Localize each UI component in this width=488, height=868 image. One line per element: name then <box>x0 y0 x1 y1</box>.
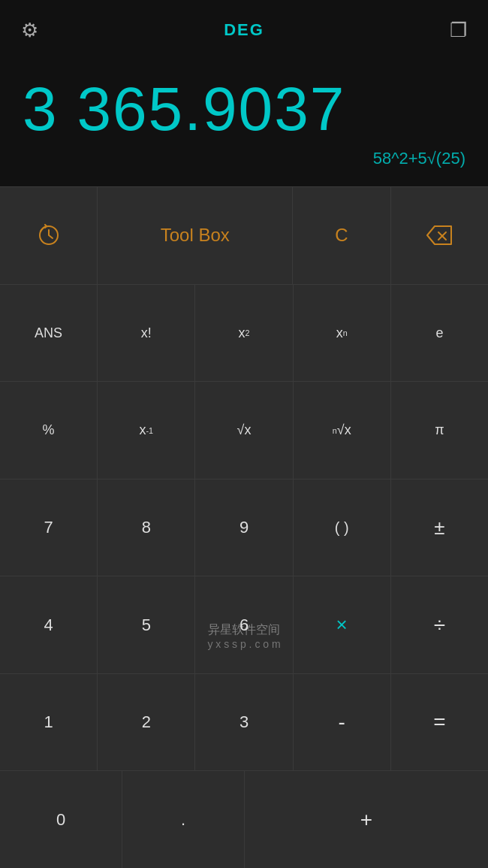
six-button[interactable]: 6 <box>195 576 293 673</box>
keypad-row-3: 7 8 9 ( ) ± <box>0 479 488 576</box>
display-area: 3 365.9037 58^2+5√(25) <box>0 60 488 186</box>
divide-button[interactable]: ÷ <box>391 576 488 673</box>
five-button[interactable]: 5 <box>98 576 195 673</box>
square-button[interactable]: x2 <box>195 285 293 382</box>
euler-button[interactable]: e <box>391 285 488 382</box>
gear-icon[interactable]: ⚙ <box>21 19 38 42</box>
display-expression: 58^2+5√(25) <box>23 149 465 168</box>
eight-button[interactable]: 8 <box>98 479 195 576</box>
one-button[interactable]: 1 <box>0 674 98 771</box>
decimal-button[interactable]: . <box>122 771 245 868</box>
nth-root-button[interactable]: n√x <box>294 382 391 479</box>
copy-icon[interactable]: ❐ <box>450 19 467 42</box>
keypad-row-1: ANS x! x2 xn e <box>0 284 488 382</box>
zero-button[interactable]: 0 <box>0 771 122 868</box>
multiply-button[interactable]: × <box>294 576 391 673</box>
percent-button[interactable]: % <box>0 382 98 479</box>
factorial-button[interactable]: x! <box>98 285 195 382</box>
plusminus-button[interactable]: ± <box>391 479 488 576</box>
seven-button[interactable]: 7 <box>0 479 98 576</box>
keypad-row-5: 1 2 3 - = <box>0 673 488 771</box>
toolbox-button[interactable]: Tool Box <box>98 187 293 284</box>
pi-button[interactable]: π <box>391 382 488 479</box>
keypad-row-2: % x-1 √x n√x π <box>0 381 488 479</box>
minus-button[interactable]: - <box>294 674 391 771</box>
mode-label[interactable]: DEG <box>224 20 264 40</box>
nine-button[interactable]: 9 <box>195 479 293 576</box>
four-button[interactable]: 4 <box>0 576 98 673</box>
display-result: 3 365.9037 <box>23 75 465 143</box>
ans-button[interactable]: ANS <box>0 285 98 382</box>
svg-marker-1 <box>427 226 451 244</box>
inverse-button[interactable]: x-1 <box>98 382 195 479</box>
top-bar: ⚙ DEG ❐ <box>0 0 488 60</box>
plus-button[interactable]: + <box>245 771 488 868</box>
paren-button[interactable]: ( ) <box>294 479 391 576</box>
three-button[interactable]: 3 <box>195 674 293 771</box>
keypad-row-4: 4 5 6 × ÷ <box>0 576 488 673</box>
two-button[interactable]: 2 <box>98 674 195 771</box>
equals-button[interactable]: = <box>391 674 488 771</box>
keypad-row-0: Tool Box C <box>0 186 488 284</box>
keypad-row-6: 0 . + <box>0 770 488 868</box>
sqrt-button[interactable]: √x <box>195 382 293 479</box>
keypad: Tool Box C ANS x! x2 xn e % x-1 √x n√x π… <box>0 186 488 868</box>
power-button[interactable]: xn <box>294 285 391 382</box>
backspace-button[interactable] <box>391 187 488 284</box>
history-button[interactable] <box>0 187 98 284</box>
clear-button[interactable]: C <box>293 187 390 284</box>
